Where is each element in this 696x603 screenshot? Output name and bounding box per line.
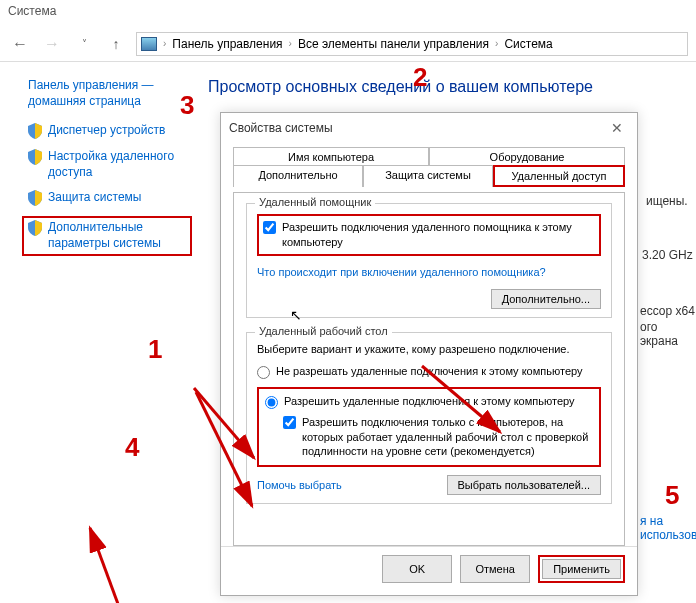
apply-button[interactable]: Применить <box>542 559 621 579</box>
sidebar-item-device-manager[interactable]: Диспетчер устройств <box>28 123 188 139</box>
cursor-icon: ↖ <box>290 307 302 323</box>
shield-icon <box>28 149 42 165</box>
annotation-highlight: Дополнительные параметры системы <box>22 216 192 255</box>
shield-icon <box>28 190 42 206</box>
radio-label: Не разрешать удаленные подключения к это… <box>276 365 583 377</box>
dropdown-history[interactable]: ˅ <box>72 32 96 56</box>
group-remote-assistant: Удаленный помощник Разрешить подключения… <box>246 203 612 318</box>
window-title: Система <box>8 4 56 18</box>
radio-allow-remote[interactable]: Разрешить удаленные подключения к этому … <box>265 395 593 409</box>
sidebar-item-label: Диспетчер устройств <box>48 123 165 139</box>
annotation-number-1: 1 <box>148 334 162 365</box>
tab-panel-remote: Удаленный помощник Разрешить подключения… <box>233 192 625 546</box>
link-help-choose[interactable]: Помочь выбрать <box>257 479 342 491</box>
cancel-button[interactable]: Отмена <box>460 555 530 583</box>
dialog-button-row: OK Отмена Применить <box>221 546 637 591</box>
sidebar-item-remote-settings[interactable]: Настройка удаленного доступа <box>28 149 188 180</box>
shield-icon <box>28 220 42 236</box>
radio-label: Разрешить удаленные подключения к этому … <box>284 395 575 407</box>
peek-text: ищены. <box>646 194 688 208</box>
address-bar[interactable]: › Панель управления › Все элементы панел… <box>136 32 688 56</box>
chevron-right-icon: › <box>495 38 498 49</box>
checkbox-nla[interactable]: Разрешить подключения только с компьютер… <box>283 415 593 460</box>
checkbox-input[interactable] <box>263 221 276 234</box>
group-legend: Удаленный рабочий стол <box>255 325 392 337</box>
breadcrumb-item[interactable]: Система <box>504 37 552 51</box>
checkbox-input[interactable] <box>283 416 296 429</box>
control-panel-sidebar: Панель управления — домашняя страница Ди… <box>0 62 200 274</box>
breadcrumb-item[interactable]: Все элементы панели управления <box>298 37 489 51</box>
forward-button[interactable]: → <box>40 32 64 56</box>
tab-system-protection[interactable]: Защита системы <box>363 165 493 187</box>
peek-text: ессор x64 <box>640 304 695 318</box>
checkbox-label: Разрешить подключения удаленного помощни… <box>282 220 595 250</box>
tab-advanced[interactable]: Дополнительно <box>233 165 363 187</box>
up-button[interactable]: ↑ <box>104 32 128 56</box>
group-remote-desktop: Удаленный рабочий стол Выберите вариант … <box>246 332 612 505</box>
sidebar-item-label: Защита системы <box>48 190 141 206</box>
radio-input[interactable] <box>265 396 278 409</box>
button-assistant-advanced[interactable]: Дополнительно... <box>491 289 601 309</box>
computer-icon <box>141 37 157 51</box>
annotation-highlight: Разрешить подключения удаленного помощни… <box>257 214 601 256</box>
annotation-number-5: 5 <box>665 480 679 511</box>
peek-link[interactable]: я на использов <box>640 514 696 542</box>
link-assistant-info[interactable]: Что происходит при включении удаленного … <box>257 266 546 278</box>
dialog-titlebar: Свойства системы ✕ <box>221 113 637 143</box>
system-properties-dialog: Свойства системы ✕ Имя компьютера Оборуд… <box>220 112 638 596</box>
explorer-navbar: ← → ˅ ↑ › Панель управления › Все элемен… <box>0 26 696 62</box>
annotation-number-4: 4 <box>125 432 139 463</box>
sidebar-item-label: Настройка удаленного доступа <box>48 149 188 180</box>
sidebar-item-label: Дополнительные параметры системы <box>48 220 186 251</box>
checkbox-label: Разрешить подключения только с компьютер… <box>302 415 593 460</box>
sidebar-item-advanced-settings[interactable]: Дополнительные параметры системы <box>28 220 186 251</box>
ok-button[interactable]: OK <box>382 555 452 583</box>
group-legend: Удаленный помощник <box>255 196 375 208</box>
sidebar-item-system-protection[interactable]: Защита системы <box>28 190 188 206</box>
group-description: Выберите вариант и укажите, кому разреше… <box>257 343 601 355</box>
radio-deny-remote[interactable]: Не разрешать удаленные подключения к это… <box>257 365 601 379</box>
home-link[interactable]: Панель управления — домашняя страница <box>28 78 188 109</box>
peek-text: 3.20 GHz <box>642 248 693 262</box>
chevron-right-icon: › <box>289 38 292 49</box>
shield-icon <box>28 123 42 139</box>
tab-computer-name[interactable]: Имя компьютера <box>233 147 429 166</box>
tab-control: Имя компьютера Оборудование Дополнительн… <box>233 147 625 187</box>
back-button[interactable]: ← <box>8 32 32 56</box>
tab-hardware[interactable]: Оборудование <box>429 147 625 166</box>
page-title: Просмотр основных сведений о вашем компь… <box>208 78 684 96</box>
close-button[interactable]: ✕ <box>605 118 629 138</box>
tab-remote[interactable]: Удаленный доступ <box>493 165 625 187</box>
svg-line-0 <box>90 528 118 603</box>
annotation-highlight: Применить <box>538 555 625 583</box>
checkbox-allow-assistant[interactable]: Разрешить подключения удаленного помощни… <box>263 220 595 250</box>
annotation-highlight: Разрешить удаленные подключения к этому … <box>257 387 601 468</box>
peek-text: ого экрана <box>640 320 696 348</box>
button-select-users[interactable]: Выбрать пользователей... <box>447 475 602 495</box>
chevron-right-icon: › <box>163 38 166 49</box>
dialog-title: Свойства системы <box>229 121 333 135</box>
breadcrumb-item[interactable]: Панель управления <box>172 37 282 51</box>
radio-input[interactable] <box>257 366 270 379</box>
window-titlebar: Система <box>0 0 696 26</box>
